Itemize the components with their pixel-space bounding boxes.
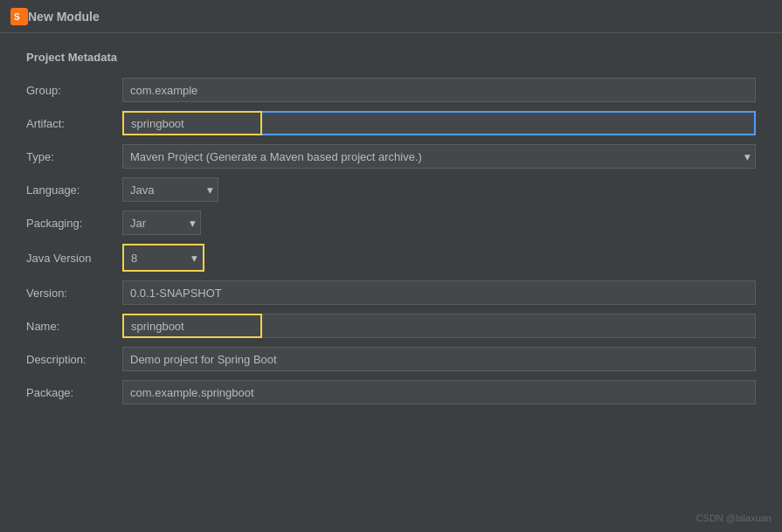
- type-select[interactable]: Maven Project (Generate a Maven based pr…: [122, 144, 756, 169]
- packaging-label: Packaging:: [26, 217, 122, 230]
- app-icon: S: [10, 8, 28, 25]
- version-label: Version:: [26, 287, 122, 300]
- artifact-input[interactable]: [122, 111, 262, 135]
- name-spacer: [262, 314, 756, 338]
- artifact-row: Artifact:: [26, 111, 756, 135]
- name-input[interactable]: [122, 314, 262, 338]
- packaging-select[interactable]: Jar War: [122, 211, 201, 235]
- java-version-label: Java Version: [26, 252, 122, 265]
- description-label: Description:: [26, 353, 122, 366]
- packaging-row: Packaging: Jar War ▾: [26, 211, 756, 235]
- name-label: Name:: [26, 320, 122, 333]
- group-row: Group:: [26, 78, 756, 102]
- group-label: Group:: [26, 84, 122, 97]
- title-bar: S New Module: [0, 0, 782, 33]
- package-label: Package:: [26, 386, 122, 399]
- section-title: Project Metadata: [26, 51, 756, 64]
- version-input[interactable]: [122, 280, 756, 305]
- language-select-wrapper: Java Kotlin Groovy ▾: [122, 177, 218, 202]
- java-version-select-wrapper: 8 11 17 ▾: [122, 244, 204, 272]
- type-select-wrapper: Maven Project (Generate a Maven based pr…: [122, 144, 756, 169]
- type-label: Type:: [26, 150, 122, 163]
- package-input[interactable]: [122, 380, 756, 404]
- description-input[interactable]: [122, 347, 756, 371]
- description-row: Description:: [26, 347, 756, 371]
- language-row: Language: Java Kotlin Groovy ▾: [26, 177, 756, 202]
- name-row: Name:: [26, 314, 756, 338]
- java-version-row: Java Version 8 11 17 ▾: [26, 244, 756, 272]
- form-content: Project Metadata Group: Artifact: Type: …: [0, 33, 782, 532]
- java-version-select[interactable]: 8 11 17: [124, 245, 203, 270]
- version-row: Version:: [26, 280, 756, 305]
- language-label: Language:: [26, 183, 122, 197]
- packaging-select-wrapper: Jar War ▾: [122, 211, 201, 235]
- language-select[interactable]: Java Kotlin Groovy: [122, 177, 218, 202]
- artifact-label: Artifact:: [26, 117, 122, 130]
- type-row: Type: Maven Project (Generate a Maven ba…: [26, 144, 756, 169]
- group-input[interactable]: [122, 78, 756, 102]
- package-row: Package:: [26, 380, 756, 404]
- svg-text:S: S: [14, 12, 20, 22]
- artifact-spacer: [262, 111, 756, 135]
- dialog-title: New Module: [28, 10, 100, 24]
- watermark: CSDN @lalaxuan: [696, 513, 772, 523]
